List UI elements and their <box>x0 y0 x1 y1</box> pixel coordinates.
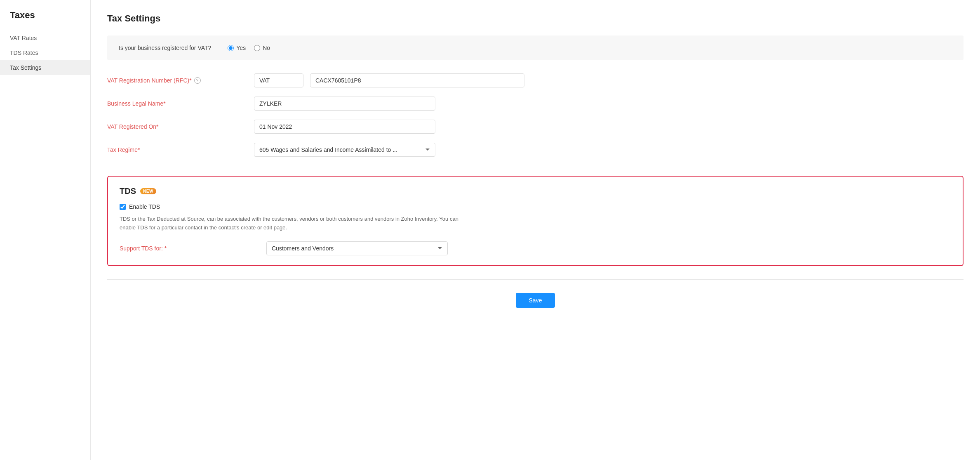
support-tds-row: Support TDS for: * Customers and Vendors <box>120 241 951 255</box>
vat-registration-row: VAT Registration Number (RFC)* ? <box>107 73 964 87</box>
tax-regime-select[interactable]: 605 Wages and Salaries and Income Assimi… <box>254 143 435 157</box>
vat-prefix-input[interactable] <box>254 73 303 87</box>
support-tds-label: Support TDS for: * <box>120 245 260 252</box>
tds-section: TDS NEW Enable TDS TDS or the Tax Deduct… <box>107 176 964 266</box>
vat-no-option[interactable]: No <box>254 45 270 51</box>
sidebar-title: Taxes <box>0 10 90 31</box>
vat-registration-label: VAT Registration Number (RFC)* ? <box>107 77 247 84</box>
vat-no-label: No <box>263 45 270 51</box>
business-legal-name-input[interactable] <box>254 97 435 111</box>
tds-title: TDS <box>120 186 136 196</box>
vat-registered-on-input[interactable] <box>254 120 435 134</box>
enable-tds-row: Enable TDS <box>120 203 951 210</box>
vat-number-input[interactable] <box>310 73 524 87</box>
main-content: Tax Settings Is your business registered… <box>91 0 980 460</box>
tds-header: TDS NEW <box>120 186 951 196</box>
sidebar: Taxes VAT Rates TDS Rates Tax Settings <box>0 0 91 460</box>
tax-regime-row: Tax Regime* 605 Wages and Salaries and I… <box>107 143 964 157</box>
vat-yes-label: Yes <box>236 45 246 51</box>
vat-yes-radio[interactable] <box>228 45 234 51</box>
sidebar-item-tax-settings[interactable]: Tax Settings <box>0 60 90 75</box>
tds-new-badge: NEW <box>140 188 156 194</box>
page-title: Tax Settings <box>107 13 964 24</box>
divider <box>107 279 964 280</box>
support-tds-select[interactable]: Customers and Vendors <box>266 241 448 255</box>
enable-tds-label[interactable]: Enable TDS <box>129 203 160 210</box>
vat-yes-option[interactable]: Yes <box>228 45 246 51</box>
save-button[interactable]: Save <box>516 293 555 308</box>
vat-registered-section: Is your business registered for VAT? Yes… <box>107 35 964 60</box>
business-legal-name-label: Business Legal Name* <box>107 100 247 107</box>
sidebar-item-tds-rates[interactable]: TDS Rates <box>0 45 90 60</box>
vat-no-radio[interactable] <box>254 45 260 51</box>
business-legal-name-row: Business Legal Name* <box>107 97 964 111</box>
vat-registered-question: Is your business registered for VAT? <box>119 45 211 51</box>
enable-tds-checkbox[interactable] <box>120 204 126 210</box>
sidebar-item-vat-rates[interactable]: VAT Rates <box>0 31 90 45</box>
tax-regime-label: Tax Regime* <box>107 146 247 153</box>
tds-description: TDS or the Tax Deducted at Source, can b… <box>120 215 474 232</box>
save-row: Save <box>107 293 964 308</box>
vat-radio-group: Yes No <box>228 45 270 51</box>
form-section: VAT Registration Number (RFC)* ? Busines… <box>107 73 964 176</box>
help-icon[interactable]: ? <box>194 77 201 84</box>
vat-registered-on-label: VAT Registered On* <box>107 123 247 130</box>
vat-registered-on-row: VAT Registered On* <box>107 120 964 134</box>
